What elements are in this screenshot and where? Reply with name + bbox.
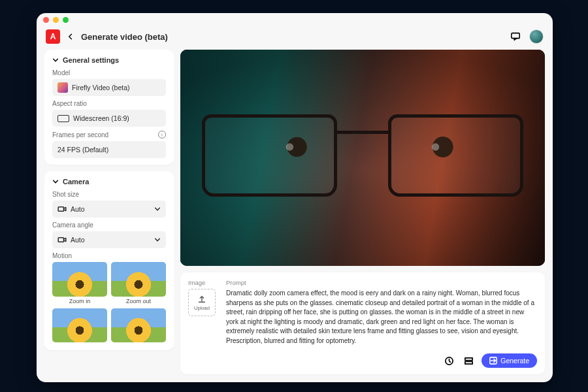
motion-label: Motion <box>52 252 166 259</box>
svg-rect-0 <box>512 33 519 39</box>
header: A Generate video (beta) <box>37 24 553 50</box>
motion-thumb <box>52 308 107 343</box>
motion-option-3[interactable] <box>52 308 107 344</box>
shot-size-value: Auto <box>71 205 150 213</box>
svg-rect-2 <box>58 238 63 242</box>
svg-rect-1 <box>58 207 63 212</box>
generate-icon <box>489 357 497 365</box>
page-title: Generate video (beta) <box>81 32 168 42</box>
model-select[interactable]: Firefly Video (beta) <box>52 79 166 96</box>
window-close-dot[interactable] <box>43 17 49 23</box>
prompt-textarea[interactable]: Dramatic dolly zoom camera effect, the m… <box>226 289 537 346</box>
info-icon[interactable]: i <box>158 131 166 139</box>
camera-angle-value: Auto <box>71 236 150 244</box>
window-zoom-dot[interactable] <box>63 17 69 23</box>
widescreen-icon <box>57 115 69 122</box>
back-icon[interactable] <box>67 33 74 41</box>
camera-header[interactable]: Camera <box>52 178 166 186</box>
motion-option-zoom-in[interactable]: Zoom in <box>52 262 107 304</box>
fps-label: Frames per second i <box>52 131 166 139</box>
settings-toggle-icon[interactable] <box>462 354 475 367</box>
general-settings-header[interactable]: General settings <box>52 56 166 64</box>
prompt-actions: Generate <box>188 353 537 368</box>
window-minimize-dot[interactable] <box>53 17 59 23</box>
glasses-overlay <box>202 114 523 197</box>
user-avatar[interactable] <box>529 29 544 44</box>
general-settings-panel: General settings Model Firefly Video (be… <box>44 50 174 165</box>
chevron-down-icon <box>154 237 161 243</box>
camera-angle-label: Camera angle <box>52 221 166 229</box>
fps-select[interactable]: 24 FPS (Default) <box>52 141 166 158</box>
camera-icon <box>57 206 67 212</box>
history-icon[interactable] <box>442 354 455 367</box>
motion-thumb <box>52 262 107 297</box>
upload-button[interactable]: Upload <box>188 289 216 316</box>
chevron-down-icon <box>52 57 59 63</box>
upload-icon <box>197 295 206 304</box>
motion-thumb <box>111 308 166 343</box>
motion-thumb <box>111 262 166 297</box>
window-titlebar <box>37 13 553 24</box>
general-settings-title: General settings <box>63 56 119 64</box>
fps-value: 24 FPS (Default) <box>57 146 161 154</box>
aspect-ratio-select[interactable]: Widescreen (16:9) <box>52 110 166 127</box>
sidebar: General settings Model Firefly Video (be… <box>44 50 174 374</box>
chevron-down-icon <box>52 178 59 185</box>
generate-label: Generate <box>500 357 529 365</box>
shot-size-label: Shot size <box>52 191 166 198</box>
model-label: Model <box>52 69 166 76</box>
motion-option-4[interactable] <box>111 308 166 344</box>
aspect-ratio-label: Aspect ratio <box>52 100 166 107</box>
chevron-down-icon <box>154 206 161 212</box>
adobe-logo[interactable]: A <box>46 29 60 44</box>
model-thumb-icon <box>57 82 68 93</box>
prompt-card: Image Upload Prompt Dramatic dolly zoom … <box>180 272 545 374</box>
video-preview[interactable] <box>180 50 545 266</box>
app-window: A Generate video (beta) General settings… <box>37 13 553 382</box>
camera-angle-select[interactable]: Auto <box>52 231 166 248</box>
aspect-ratio-value: Widescreen (16:9) <box>73 114 161 122</box>
image-label: Image <box>188 279 218 286</box>
prompt-label: Prompt <box>226 279 537 286</box>
camera-panel: Camera Shot size Auto Camera angle Auto … <box>44 171 174 350</box>
camera-title: Camera <box>63 178 89 186</box>
shot-size-select[interactable]: Auto <box>52 201 166 218</box>
prompt-col: Prompt Dramatic dolly zoom camera effect… <box>226 279 537 346</box>
svg-rect-4 <box>465 357 472 360</box>
generate-button[interactable]: Generate <box>482 353 537 368</box>
camera-icon <box>57 237 67 243</box>
motion-option-zoom-out[interactable]: Zoom out <box>111 262 166 304</box>
content: General settings Model Firefly Video (be… <box>37 50 553 382</box>
feedback-icon[interactable] <box>508 29 523 44</box>
motion-grid: Zoom in Zoom out <box>52 262 166 344</box>
model-value: Firefly Video (beta) <box>72 84 161 91</box>
image-upload-col: Image Upload <box>188 279 218 346</box>
main: Image Upload Prompt Dramatic dolly zoom … <box>180 50 545 374</box>
upload-label: Upload <box>194 305 210 311</box>
svg-rect-5 <box>465 361 472 364</box>
